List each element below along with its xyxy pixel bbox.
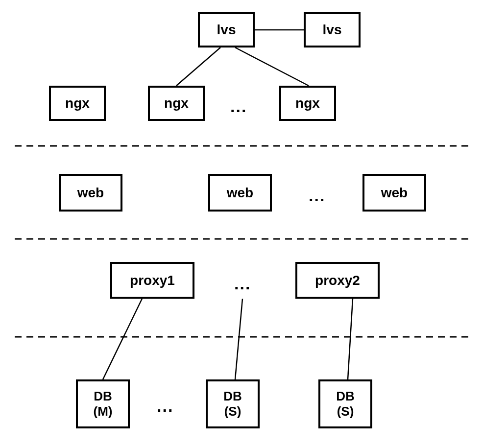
- ellipsis-proxy: ...: [234, 274, 251, 293]
- node-db-slave-2: DB (S): [318, 379, 372, 428]
- node-label: lvs: [217, 22, 236, 38]
- node-ngx-1: ngx: [49, 86, 106, 121]
- svg-line-6: [103, 299, 142, 379]
- node-web-2: web: [208, 174, 272, 212]
- node-label: web: [381, 185, 408, 201]
- node-db-master: DB (M): [76, 379, 130, 428]
- node-web-3: web: [362, 174, 426, 212]
- node-label: ngx: [65, 95, 90, 112]
- svg-line-1: [176, 47, 220, 86]
- node-label: DB (M): [94, 389, 113, 419]
- ellipsis-db: ...: [157, 397, 173, 416]
- node-db-slave-1: DB (S): [206, 379, 260, 428]
- node-lvs-2: lvs: [304, 12, 361, 47]
- ellipsis-web: ...: [309, 186, 325, 205]
- node-label: ngx: [295, 95, 320, 112]
- node-ngx-3: ngx: [279, 86, 336, 121]
- svg-line-2: [235, 47, 309, 86]
- node-label: proxy1: [130, 272, 175, 289]
- node-label: web: [77, 185, 104, 201]
- svg-line-7: [235, 299, 242, 379]
- node-label: web: [227, 185, 253, 201]
- node-label: ngx: [164, 95, 189, 112]
- node-proxy-1: proxy1: [110, 262, 194, 299]
- node-label: DB (S): [336, 389, 355, 419]
- node-proxy-2: proxy2: [295, 262, 380, 299]
- node-label: DB (S): [223, 389, 242, 419]
- svg-line-8: [348, 299, 353, 379]
- node-lvs-1: lvs: [198, 12, 255, 47]
- node-web-1: web: [59, 174, 122, 212]
- node-label: lvs: [323, 22, 342, 38]
- node-ngx-2: ngx: [148, 86, 205, 121]
- node-label: proxy2: [315, 272, 360, 289]
- ellipsis-ngx: ...: [230, 97, 247, 116]
